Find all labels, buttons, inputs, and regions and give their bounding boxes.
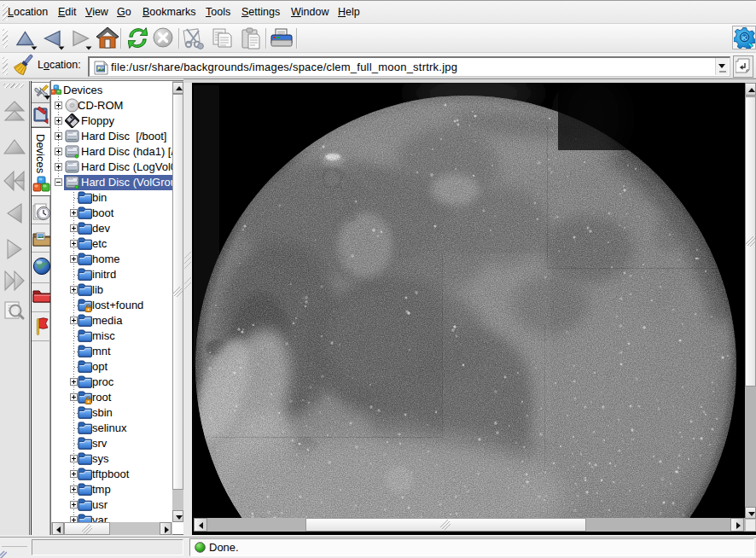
svg-text:K: K bbox=[742, 34, 747, 42]
